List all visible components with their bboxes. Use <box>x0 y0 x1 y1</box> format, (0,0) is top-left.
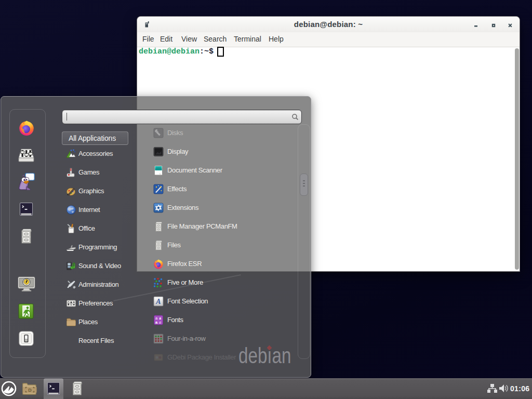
svg-text:a: a <box>159 320 161 325</box>
svg-text:D: D <box>28 388 32 393</box>
svg-text:A: A <box>155 298 161 305</box>
